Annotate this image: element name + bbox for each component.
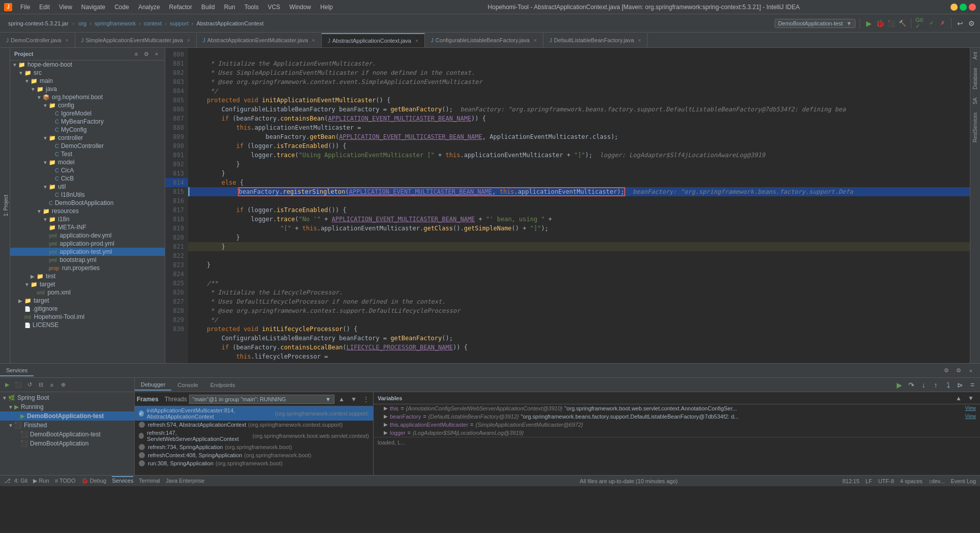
tree-app-dev[interactable]: yml application-dev.yml bbox=[10, 231, 165, 240]
endpoints-tab[interactable]: Endpoints bbox=[204, 380, 241, 390]
bottom-settings2-btn[interactable]: ⚙ bbox=[954, 366, 964, 376]
tree-democontroller[interactable]: C DemoController bbox=[10, 142, 165, 150]
thread-selector[interactable]: "main"@1 in group "main": RUNNING ▼ bbox=[189, 395, 334, 404]
tree-resources[interactable]: ▼ 📁 resources bbox=[10, 207, 165, 215]
svc-stop-btn[interactable]: ⬛ bbox=[13, 380, 23, 390]
debugger-tab[interactable]: Debugger bbox=[135, 379, 171, 391]
var-item-this[interactable]: ▶ this = {AnnotationConfigServletWebServ… bbox=[374, 404, 980, 412]
tree-cicb[interactable]: C CicB bbox=[10, 174, 165, 183]
menu-run[interactable]: Run bbox=[220, 3, 239, 12]
maximize-button[interactable]: □ bbox=[960, 4, 967, 11]
tree-iml[interactable]: iml Hopehomi-Tool.iml bbox=[10, 313, 165, 321]
status-debug-label[interactable]: 🐞 Debug bbox=[81, 478, 106, 484]
tree-model[interactable]: ▼ 📁 model bbox=[10, 158, 165, 166]
menu-view[interactable]: View bbox=[55, 3, 76, 12]
revert-button[interactable]: ↩ bbox=[956, 19, 965, 28]
var-expand-this[interactable]: ▶ bbox=[384, 405, 390, 411]
svc-finished-app2[interactable]: ⬛ DemoBootApplication bbox=[0, 439, 134, 448]
svc-running-app[interactable]: ▶ DemoBootApplication-test bbox=[0, 411, 134, 421]
frame-item-5[interactable]: run:308, SpringApplication (org.springfr… bbox=[135, 459, 373, 467]
dbg-resume-btn[interactable]: ▶ bbox=[894, 379, 905, 391]
project-button[interactable]: spring-context-5.3.21.jar › org › spring… bbox=[4, 19, 267, 28]
tree-myconfig[interactable]: C MyConfig bbox=[10, 126, 165, 134]
project-panel-icon[interactable]: 1: Project bbox=[2, 193, 10, 218]
sidebar-close[interactable]: × bbox=[152, 50, 161, 58]
status-run-label[interactable]: ▶ Run bbox=[33, 478, 49, 484]
svc-finished-app1[interactable]: ⬛ DemoBootApplication-test bbox=[0, 430, 134, 439]
minimize-button[interactable]: − bbox=[951, 4, 958, 11]
var-expand-logger[interactable]: ▶ bbox=[384, 430, 390, 435]
tree-license[interactable]: 📄 LICENSE bbox=[10, 321, 165, 329]
status-terminal-label[interactable]: Terminal bbox=[139, 478, 160, 484]
menu-edit[interactable]: Edit bbox=[35, 3, 54, 12]
vcs-x[interactable]: ✗ bbox=[938, 19, 947, 28]
dbg-step-out[interactable]: ↑ bbox=[930, 379, 941, 391]
tab-configurable-factory[interactable]: J ConfigurableListableBeanFactory.java × bbox=[425, 33, 543, 47]
tab-democontroller[interactable]: J DemoController.java × bbox=[0, 33, 75, 47]
tree-metainf[interactable]: 📁 META-INF bbox=[10, 223, 165, 231]
tree-gitignore[interactable]: 📄 .gitignore bbox=[10, 305, 165, 313]
services-tab[interactable]: Services bbox=[0, 365, 34, 376]
tree-pkg[interactable]: ▼ 📦 org.hopehomi.boot bbox=[10, 93, 165, 101]
build-button[interactable]: 🔨 bbox=[898, 19, 907, 28]
menu-help[interactable]: Help bbox=[316, 3, 337, 12]
tree-target2[interactable]: ▶ 📁 target bbox=[10, 297, 165, 305]
menu-navigate[interactable]: Navigate bbox=[77, 3, 109, 12]
tab-default-factory[interactable]: J DefaultListableBeanFactory.java × bbox=[543, 33, 648, 47]
tree-config[interactable]: ▼ 📁 config bbox=[10, 101, 165, 109]
svc-run-btn[interactable]: ▶ bbox=[2, 380, 12, 390]
svc-running-group[interactable]: ▼ ▶ Running bbox=[0, 402, 134, 411]
frames-tab[interactable]: Frames bbox=[137, 396, 159, 403]
tree-bootstrap[interactable]: yml bootstrap.yml bbox=[10, 256, 165, 264]
tree-pom[interactable]: xml pom.xml bbox=[10, 288, 165, 297]
run-button[interactable]: ▶ bbox=[864, 19, 873, 28]
tree-i18n-utils[interactable]: C I18nUtils bbox=[10, 191, 165, 199]
event-log[interactable]: Event Log bbox=[951, 478, 976, 484]
vcs-check[interactable]: ✓ bbox=[927, 19, 936, 28]
menu-window[interactable]: Window bbox=[285, 3, 315, 12]
sidebar-settings[interactable]: ⚙ bbox=[142, 50, 150, 58]
tree-main[interactable]: ▼ 📁 main bbox=[10, 77, 165, 85]
status-todo-label[interactable]: ≡ TODO bbox=[55, 478, 76, 484]
svc-settings-btn[interactable]: ⊕ bbox=[58, 380, 68, 390]
tree-util[interactable]: ▼ 📁 util bbox=[10, 183, 165, 191]
var-expand-btn[interactable]: ▲ bbox=[954, 393, 964, 403]
tree-app-prod[interactable]: yml application-prod.yml bbox=[10, 240, 165, 248]
tab-close2[interactable]: × bbox=[187, 38, 190, 43]
threads-tab[interactable]: Threads bbox=[165, 396, 187, 403]
tab-close6[interactable]: × bbox=[638, 38, 641, 43]
menu-analyze[interactable]: Analyze bbox=[134, 3, 164, 12]
frame-nav-down[interactable]: ▼ bbox=[349, 394, 359, 404]
bottom-settings-btn[interactable]: ⚙ bbox=[941, 366, 952, 376]
tree-java[interactable]: ▼ 📁 java bbox=[10, 85, 165, 93]
svc-finished-group[interactable]: ▼ ⬛ Finished bbox=[0, 421, 134, 430]
console-tab[interactable]: Console bbox=[171, 380, 204, 390]
tree-target-folder[interactable]: ▼ 📁 target bbox=[10, 280, 165, 288]
code-content[interactable]: * Initialize the ApplicationEventMultica… bbox=[188, 48, 970, 363]
var-expand-beanfactory[interactable]: ▶ bbox=[384, 413, 390, 419]
dbg-run-to-cursor[interactable]: ⊳ bbox=[955, 379, 966, 391]
tree-demoboot[interactable]: C DemoBootApplication bbox=[10, 199, 165, 207]
frame-nav-up[interactable]: ▲ bbox=[336, 394, 347, 404]
sidebar-collapse-all[interactable]: ≡ bbox=[132, 50, 140, 58]
tree-test[interactable]: C Test bbox=[10, 150, 165, 158]
code-editor[interactable]: 880 881 882 883 884 885 886 887 888 889 … bbox=[165, 48, 970, 363]
tree-run-props[interactable]: prop run.properties bbox=[10, 264, 165, 272]
frame-settings[interactable]: ⋮ bbox=[361, 394, 371, 404]
frame-item-0[interactable]: ✓ initApplicationEventMulticaster:814, A… bbox=[135, 406, 373, 421]
tree-i18n[interactable]: ▼ 📁 i18n bbox=[10, 215, 165, 223]
vcs-button[interactable]: Git: ✓ bbox=[915, 19, 925, 28]
dbg-step-over[interactable]: ↷ bbox=[906, 379, 917, 391]
menu-refactor[interactable]: Refactor bbox=[165, 3, 196, 12]
run-with-coverage[interactable]: ⬛ bbox=[886, 19, 896, 28]
tab-close[interactable]: × bbox=[66, 38, 69, 43]
frame-item-2[interactable]: refresh:147, ServletWebServerApplication… bbox=[135, 429, 373, 443]
tree-igore[interactable]: C IgoreModel bbox=[10, 109, 165, 117]
frame-item-1[interactable]: refresh:574, AbstractApplicationContext … bbox=[135, 421, 373, 429]
tree-test-folder[interactable]: ▶ 📁 test bbox=[10, 272, 165, 280]
tab-abstract-context[interactable]: J AbstractApplicationContext.java × bbox=[322, 33, 425, 47]
menu-file[interactable]: File bbox=[16, 3, 34, 12]
status-services-label[interactable]: Services bbox=[112, 476, 133, 484]
menu-tools[interactable]: Tools bbox=[240, 3, 263, 12]
tab-close3[interactable]: × bbox=[312, 38, 315, 43]
